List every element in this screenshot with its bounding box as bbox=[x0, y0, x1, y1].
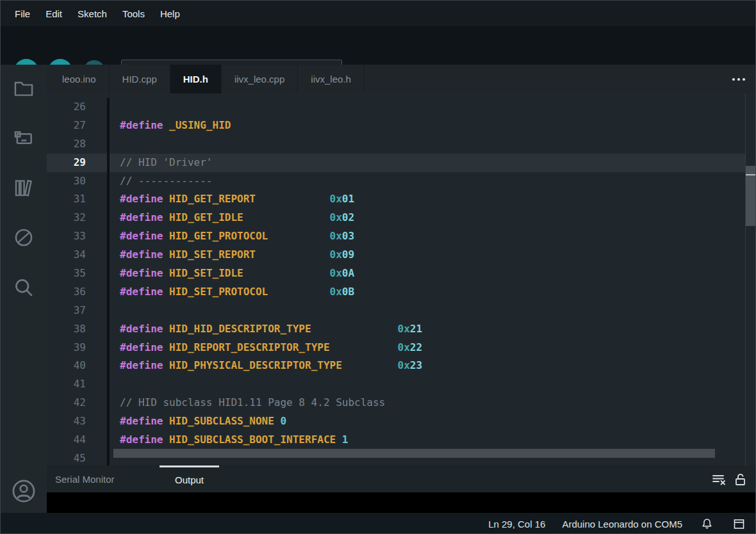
line-content bbox=[110, 135, 120, 154]
line-content: // HID 'Driver' bbox=[110, 154, 213, 172]
tab-serial-monitor[interactable]: Serial Monitor bbox=[55, 465, 115, 492]
line-number: 31 bbox=[47, 190, 110, 209]
line-content: #define HID_PHYSICAL_DESCRIPTOR_TYPE 0x2… bbox=[110, 357, 422, 375]
editor-tab-iivx_leo.cpp[interactable]: iivx_leo.cpp bbox=[222, 65, 298, 93]
code-line-40[interactable]: 40#define HID_PHYSICAL_DESCRIPTOR_TYPE 0… bbox=[47, 357, 745, 375]
line-content bbox=[110, 375, 120, 394]
arduino-ide-window: { "app": { "name": "Arduino IDE" }, "col… bbox=[0, 0, 756, 534]
line-number: 29 bbox=[47, 154, 110, 172]
line-number: 27 bbox=[47, 117, 110, 135]
code-line-32[interactable]: 32#define HID_GET_IDLE 0x02 bbox=[47, 209, 745, 227]
toggle-panel-button[interactable] bbox=[731, 516, 746, 531]
scroll-lock-button[interactable] bbox=[732, 471, 749, 488]
vertical-scrollbar-track[interactable] bbox=[745, 93, 756, 465]
sketchbook-button[interactable] bbox=[1, 70, 47, 106]
menu-tools[interactable]: Tools bbox=[115, 1, 152, 26]
line-number: 35 bbox=[47, 264, 110, 283]
horizontal-scrollbar[interactable] bbox=[113, 449, 715, 458]
code-line-42[interactable]: 42// HID subclass HID1.11 Page 8 4.2 Sub… bbox=[47, 394, 745, 412]
code-line-34[interactable]: 34#define HID_SET_REPORT 0x09 bbox=[47, 246, 745, 264]
account-icon bbox=[10, 478, 37, 505]
code-line-38[interactable]: 38#define HID_HID_DESCRIPTOR_TYPE 0x21 bbox=[47, 320, 745, 339]
code-line-41[interactable]: 41 bbox=[47, 375, 745, 394]
line-number: 44 bbox=[47, 431, 110, 449]
debug-button-sidebar[interactable] bbox=[1, 220, 47, 255]
code-line-36[interactable]: 36#define HID_SET_PROTOCOL 0x0B bbox=[47, 283, 745, 302]
code-line-44[interactable]: 44#define HID_SUBCLASS_BOOT_INTERFACE 1 bbox=[47, 431, 745, 449]
menu-file[interactable]: File bbox=[7, 1, 38, 26]
line-number: 45 bbox=[47, 449, 110, 465]
line-content: #define HID_REPORT_DESCRIPTOR_TYPE 0x22 bbox=[110, 339, 422, 357]
library-manager-button[interactable] bbox=[1, 170, 47, 206]
line-content: #define HID_SET_REPORT 0x09 bbox=[110, 246, 354, 264]
line-number: 43 bbox=[47, 412, 110, 431]
books-icon bbox=[12, 177, 35, 198]
editor-tab-iivx_leo.h[interactable]: iivx_leo.h bbox=[298, 65, 365, 93]
line-content: #define HID_GET_IDLE 0x02 bbox=[110, 209, 354, 227]
code-line-27[interactable]: 27#define _USING_HID bbox=[47, 117, 745, 135]
code-line-35[interactable]: 35#define HID_SET_IDLE 0x0A bbox=[47, 264, 745, 283]
toolbar: Arduino Leonardo bbox=[1, 26, 756, 65]
notifications-button[interactable] bbox=[699, 516, 714, 531]
line-content: #define HID_GET_PROTOCOL 0x03 bbox=[110, 227, 354, 246]
line-content: #define HID_SUBCLASS_BOOT_INTERFACE 1 bbox=[110, 431, 348, 449]
output-tab-label: Output bbox=[175, 474, 204, 485]
code-line-39[interactable]: 39#define HID_REPORT_DESCRIPTOR_TYPE 0x2… bbox=[47, 339, 745, 357]
editor-tab-HID.h[interactable]: HID.h bbox=[170, 65, 222, 93]
code-line-29[interactable]: 29// HID 'Driver' bbox=[47, 154, 745, 172]
code-line-28[interactable]: 28 bbox=[47, 135, 745, 154]
menu-edit[interactable]: Edit bbox=[38, 1, 70, 26]
more-tabs-button[interactable] bbox=[726, 65, 752, 93]
bottom-panel-tab-bar: Serial Monitor Output bbox=[47, 465, 756, 492]
slash-circle-icon bbox=[13, 227, 35, 248]
code-editor[interactable]: 2627#define _USING_HID2829// HID 'Driver… bbox=[47, 93, 756, 465]
line-content: #define HID_SET_PROTOCOL 0x0B bbox=[110, 283, 354, 302]
output-console[interactable] bbox=[47, 492, 756, 513]
code-line-33[interactable]: 33#define HID_GET_PROTOCOL 0x03 bbox=[47, 227, 745, 246]
window-panel-icon bbox=[732, 517, 746, 531]
code-lines: 2627#define _USING_HID2829// HID 'Driver… bbox=[47, 93, 745, 465]
line-number: 37 bbox=[47, 302, 110, 320]
overview-ruler-cursor-marker bbox=[746, 174, 756, 175]
line-content: #define _USING_HID bbox=[110, 117, 231, 135]
account-button[interactable] bbox=[1, 473, 47, 509]
line-number: 39 bbox=[47, 339, 110, 357]
line-number: 30 bbox=[47, 172, 110, 191]
line-content: #define HID_SUBCLASS_NONE 0 bbox=[110, 412, 286, 431]
clear-output-button[interactable] bbox=[711, 471, 727, 488]
menu-sketch[interactable]: Sketch bbox=[70, 1, 115, 26]
ellipsis-icon bbox=[731, 77, 746, 82]
line-content: #define HID_GET_REPORT 0x01 bbox=[110, 190, 354, 209]
tab-output[interactable]: Output bbox=[160, 465, 219, 492]
line-number: 42 bbox=[47, 394, 110, 412]
editor-tab-bar: leoo.inoHID.cppHID.hiivx_leo.cppiivx_leo… bbox=[47, 65, 756, 93]
editor-tab-HID.cpp[interactable]: HID.cpp bbox=[110, 65, 170, 93]
menu-bar: FileEditSketchToolsHelp bbox=[1, 1, 756, 26]
board-port-status[interactable]: Arduino Leonardo on COM5 bbox=[562, 519, 682, 530]
code-line-31[interactable]: 31#define HID_GET_REPORT 0x01 bbox=[47, 190, 745, 209]
code-line-43[interactable]: 43#define HID_SUBCLASS_NONE 0 bbox=[47, 412, 745, 431]
line-number: 36 bbox=[47, 283, 110, 302]
line-number: 41 bbox=[47, 375, 110, 394]
line-number: 32 bbox=[47, 209, 110, 227]
line-number: 33 bbox=[47, 227, 110, 246]
boards-manager-button[interactable] bbox=[1, 120, 47, 156]
search-icon bbox=[12, 276, 35, 299]
cursor-position[interactable]: Ln 29, Col 16 bbox=[488, 519, 545, 530]
line-number: 38 bbox=[47, 320, 110, 339]
line-number: 40 bbox=[47, 357, 110, 375]
search-button[interactable] bbox=[1, 270, 47, 305]
menu-help[interactable]: Help bbox=[152, 1, 188, 26]
unlock-icon bbox=[734, 472, 748, 487]
code-line-37[interactable]: 37 bbox=[47, 302, 745, 320]
board-icon bbox=[12, 127, 35, 148]
line-content: // HID subclass HID1.11 Page 8 4.2 Subcl… bbox=[110, 394, 385, 412]
bell-icon bbox=[700, 517, 714, 531]
line-number: 26 bbox=[47, 98, 110, 117]
editor-tab-leoo.ino[interactable]: leoo.ino bbox=[49, 65, 110, 93]
folder-icon bbox=[12, 77, 35, 98]
line-content: #define HID_HID_DESCRIPTOR_TYPE 0x21 bbox=[110, 320, 422, 339]
code-line-30[interactable]: 30// ------------ bbox=[47, 172, 745, 191]
code-line-26[interactable]: 26 bbox=[47, 98, 745, 117]
line-content bbox=[110, 98, 120, 117]
